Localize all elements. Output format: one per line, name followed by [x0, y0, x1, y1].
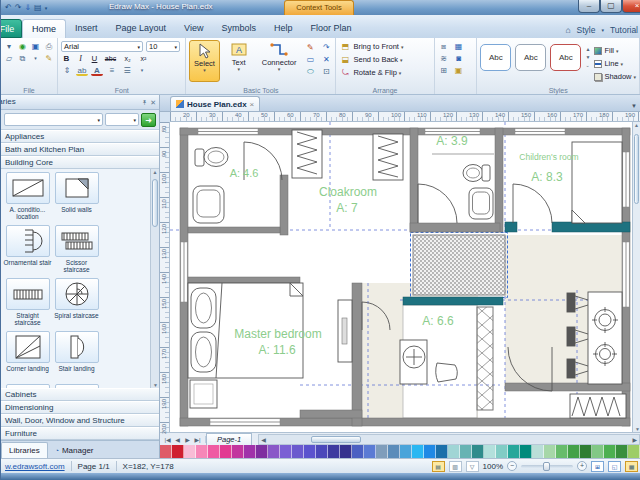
canvas-horizontal-scrollbar[interactable]: ◀ ▶ [258, 434, 640, 445]
select-tool-button[interactable]: Select▾ [189, 40, 219, 82]
tab-floor-plan[interactable]: Floor Plan [301, 19, 360, 38]
save-icon[interactable]: ▣ [31, 41, 41, 52]
tab-insert[interactable]: Insert [66, 19, 107, 38]
color-swatch[interactable] [604, 445, 616, 458]
color-swatch[interactable] [436, 445, 448, 458]
layout-icon[interactable]: ▦ [453, 41, 465, 52]
color-swatch[interactable] [292, 445, 304, 458]
minimize-button[interactable]: – [578, 0, 600, 13]
color-swatch[interactable] [220, 445, 232, 458]
subscript-button[interactable]: x₂ [121, 53, 134, 64]
color-swatch[interactable] [376, 445, 388, 458]
color-swatch[interactable] [628, 445, 640, 458]
color-swatch[interactable] [340, 445, 352, 458]
color-swatch[interactable] [412, 445, 424, 458]
braced-wall[interactable] [477, 307, 493, 410]
color-swatch[interactable] [196, 445, 208, 458]
open-icon[interactable]: ◉ [17, 41, 27, 52]
tab-list-caret-icon[interactable]: ▼ [631, 103, 637, 109]
rotate-flip-button[interactable]: Rotate & Flip [353, 68, 396, 77]
color-swatch[interactable] [328, 445, 340, 458]
color-swatch[interactable] [304, 445, 316, 458]
color-swatch[interactable] [244, 445, 256, 458]
color-swatch[interactable] [280, 445, 292, 458]
maximize-button[interactable]: ▢ [600, 0, 622, 13]
color-swatch[interactable] [208, 445, 220, 458]
font-size-select[interactable]: 10▾ [146, 41, 180, 52]
pan-icon[interactable]: ▦ [625, 461, 638, 472]
download-icon[interactable]: ⇓ [24, 3, 31, 13]
color-swatch[interactable] [472, 445, 484, 458]
underline-button[interactable]: U [89, 53, 100, 64]
strikethrough-button[interactable]: abc [103, 53, 118, 64]
bring-to-front-button[interactable]: Bring to Front [353, 42, 398, 51]
redo-icon[interactable]: ↷ [15, 3, 22, 13]
color-swatch[interactable] [520, 445, 532, 458]
highlight-icon[interactable]: ab [76, 65, 88, 76]
section-cabinets[interactable]: Cabinets [1, 388, 159, 401]
symbol-straight-staircase[interactable]: Straight staircase [3, 278, 52, 326]
pencil-tool-icon[interactable]: ✎ [304, 42, 316, 53]
color-swatch[interactable] [316, 445, 328, 458]
prev-page-icon[interactable]: ◀ [173, 436, 182, 443]
color-swatch[interactable] [268, 445, 280, 458]
color-swatch[interactable] [160, 445, 172, 458]
bold-button[interactable]: B [61, 53, 72, 64]
snap-icon[interactable]: ◙ [453, 53, 465, 64]
zoom-slider-thumb[interactable] [543, 462, 550, 471]
section-furniture[interactable]: Furniture [1, 427, 159, 440]
section-dimensioning[interactable]: Dimensioning [1, 401, 159, 414]
next-page-icon[interactable]: ▶ [183, 436, 192, 443]
align-icon[interactable]: ≡ [106, 65, 118, 76]
tab-view[interactable]: View [175, 19, 212, 38]
color-swatch[interactable] [232, 445, 244, 458]
pin-icon[interactable]: 🖈 [141, 99, 148, 106]
tab-symbols[interactable]: Symbols [212, 19, 265, 38]
canvas-vertical-scrollbar[interactable]: ▲▼ [632, 122, 640, 432]
connector-tool-button[interactable]: Connector▾ [258, 40, 301, 82]
symbol-stair-landing[interactable]: Stair landing [52, 331, 101, 379]
font-family-select[interactable]: Arial▾ [61, 41, 143, 52]
color-swatch[interactable] [532, 445, 544, 458]
color-swatch[interactable] [616, 445, 628, 458]
fit-page-icon[interactable]: ⊞ [591, 461, 604, 472]
style-caret-icon[interactable]: ▾ [601, 25, 604, 35]
page-tab[interactable]: Page-1 [206, 433, 252, 445]
section-appliances[interactable]: Appliances [1, 130, 159, 143]
tab-help[interactable]: Help [265, 19, 302, 38]
section-bath-and-kitchen-plan[interactable]: Bath and Kitchen Plan [1, 143, 159, 156]
copy-caret-icon[interactable]: ▾ [31, 53, 41, 64]
panel-close-icon[interactable]: ✕ [150, 99, 156, 106]
align-shapes-icon[interactable]: ⊞ [438, 65, 450, 76]
style-abc-blue[interactable]: Abc [480, 44, 511, 71]
normal-view-icon[interactable]: ▤ [432, 461, 445, 472]
color-swatch[interactable] [352, 445, 364, 458]
shadow-button[interactable]: Shadow [604, 72, 631, 81]
document-tab[interactable]: House Plan.edx × [170, 96, 260, 111]
format-painter-icon[interactable]: ✎ [44, 53, 54, 64]
doc-tab-close-icon[interactable]: × [250, 100, 255, 109]
ellipse-tool-icon[interactable]: ⬭ [304, 66, 316, 77]
style-menu[interactable]: Style [577, 25, 596, 35]
line-button[interactable]: Line [604, 59, 618, 68]
color-swatch[interactable] [388, 445, 400, 458]
send-to-back-button[interactable]: Send to Back [353, 55, 398, 64]
line-spacing-icon[interactable]: ⇕ [61, 65, 73, 76]
style-abc-red[interactable]: Abc [550, 44, 581, 71]
distribute-icon[interactable]: ≋ [438, 53, 450, 64]
home-icon[interactable]: ⌂ [565, 25, 570, 35]
children-bed[interactable] [572, 142, 622, 223]
paste-icon[interactable]: ▱ [4, 53, 14, 64]
curve-tool-icon[interactable]: ↷ [320, 42, 332, 53]
tab-libraries[interactable]: Libraries [1, 442, 48, 458]
color-swatch[interactable] [172, 445, 184, 458]
library-search-input[interactable]: ▾ [4, 113, 103, 126]
color-swatch[interactable] [580, 445, 592, 458]
symbol-escalator[interactable]: Escalator [3, 384, 52, 388]
group-icon[interactable]: ⧈ [438, 41, 450, 52]
color-swatch[interactable] [496, 445, 508, 458]
color-swatch[interactable] [256, 445, 268, 458]
color-swatch[interactable] [568, 445, 580, 458]
zoom-select-icon[interactable]: ◱ [608, 461, 621, 472]
color-swatch[interactable] [184, 445, 196, 458]
